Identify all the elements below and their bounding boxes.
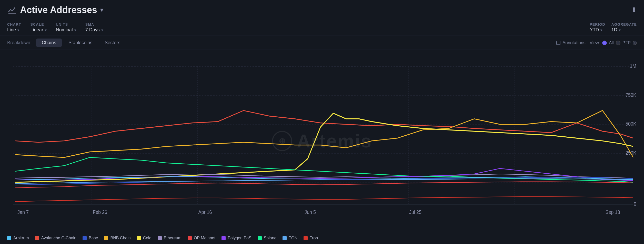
y-axis-750k: 750K <box>626 92 637 98</box>
units-chevron: ▾ <box>74 28 76 32</box>
chart-legend: ArbitrumAvalanche C-ChainBaseBNB ChainCe… <box>0 232 644 244</box>
chart-container: ⊕ Artemis 1M <box>0 50 644 232</box>
header-left: Active Addresses ▾ <box>7 5 103 15</box>
chart-area: ⊕ Artemis 1M <box>0 50 644 232</box>
legend-color-6 <box>188 236 192 240</box>
legend-color-1 <box>35 236 39 240</box>
units-group: UNITS Nominal ▾ <box>56 22 76 33</box>
scale-label: SCALE <box>31 22 47 26</box>
chart-chevron: ▾ <box>17 28 19 32</box>
header: Active Addresses ▾ ⬇ <box>0 0 644 19</box>
download-button[interactable]: ⬇ <box>631 6 637 14</box>
aggregate-label: AGGREGATE <box>611 22 637 26</box>
scale-chevron: ▾ <box>45 28 47 32</box>
view-p2p-radio[interactable] <box>616 41 620 45</box>
annotations-checkbox[interactable] <box>556 41 560 45</box>
legend-item-polygon-pos[interactable]: Polygon PoS <box>222 236 251 240</box>
legend-item-op-mainnet[interactable]: OP Mainnet <box>188 236 215 240</box>
chart-label: CHART <box>7 22 21 26</box>
legend-item-celo[interactable]: Celo <box>137 236 152 240</box>
toolbar-right: PERIOD YTD ▾ AGGREGATE 1D ▾ <box>590 22 637 33</box>
scale-group: SCALE Linear ▾ <box>31 22 47 33</box>
breakdown-right: Annotations View: All P2P i <box>556 40 637 45</box>
legend-item-ethereum[interactable]: Ethereum <box>158 236 182 240</box>
svg-rect-3 <box>0 50 644 232</box>
sma-group: SMA 7 Days ▾ <box>85 22 103 33</box>
page-title: Active Addresses ▾ <box>7 5 103 15</box>
aggregate-select[interactable]: 1D ▾ <box>611 27 637 33</box>
chart-type-group: CHART Line ▾ <box>7 22 21 33</box>
y-axis-500k: 500K <box>626 121 637 127</box>
legend-color-5 <box>158 236 162 240</box>
x-axis-apr16: Apr 16 <box>198 210 212 215</box>
aggregate-group: AGGREGATE 1D ▾ <box>611 22 637 33</box>
view-options: View: All P2P i <box>590 40 637 45</box>
legend-color-7 <box>222 236 226 240</box>
breakdown-bar: Breakdown: Chains Stablecoins Sectors An… <box>0 35 644 50</box>
legend-color-3 <box>104 236 108 240</box>
x-axis-jun5: Jun 5 <box>305 210 316 215</box>
legend-color-10 <box>304 236 308 240</box>
x-axis-jan7: Jan 7 <box>17 210 29 215</box>
toolbar: CHART Line ▾ SCALE Linear ▾ UNITS Nomina… <box>0 19 644 35</box>
units-select[interactable]: Nominal ▾ <box>56 27 76 33</box>
title-chevron[interactable]: ▾ <box>100 7 103 13</box>
y-axis-1m: 1M <box>630 63 636 69</box>
y-axis-0: 0 <box>634 201 636 207</box>
chart-select[interactable]: Line ▾ <box>7 27 21 33</box>
annotations-toggle[interactable]: Annotations <box>556 40 586 45</box>
legend-item-arbitrum[interactable]: Arbitrum <box>7 236 29 240</box>
legend-color-2 <box>83 236 87 240</box>
sma-select[interactable]: 7 Days ▾ <box>85 27 103 33</box>
legend-item-solana[interactable]: Solana <box>258 236 277 240</box>
chart-svg: 1M 750K 500K 250K 0 Jan 7 Feb 26 Apr 16 … <box>0 50 644 232</box>
x-axis-jul25: Jul 25 <box>409 210 421 215</box>
breakdown-sectors[interactable]: Sectors <box>99 39 126 47</box>
scale-select[interactable]: Linear ▾ <box>31 27 47 33</box>
legend-item-base[interactable]: Base <box>83 236 98 240</box>
x-axis-sep13: Sep 13 <box>605 210 620 215</box>
period-chevron: ▾ <box>600 28 602 32</box>
period-select[interactable]: YTD ▾ <box>590 27 605 33</box>
breakdown-stablecoins[interactable]: Stablecoins <box>63 39 98 47</box>
legend-color-8 <box>258 236 262 240</box>
period-group: PERIOD YTD ▾ <box>590 22 605 33</box>
legend-item-bnb-chain[interactable]: BNB Chain <box>104 236 130 240</box>
sma-label: SMA <box>85 22 103 26</box>
legend-item-avalanche-c-chain[interactable]: Avalanche C-Chain <box>35 236 76 240</box>
view-all-radio[interactable] <box>602 41 607 45</box>
legend-color-4 <box>137 236 141 240</box>
legend-color-0 <box>7 236 11 240</box>
aggregate-chevron: ▾ <box>619 28 621 32</box>
x-axis-feb26: Feb 26 <box>93 210 107 215</box>
units-label: UNITS <box>56 22 76 26</box>
sma-chevron: ▾ <box>101 28 103 32</box>
p2p-info-icon[interactable]: i <box>633 41 637 45</box>
breakdown-label: Breakdown: <box>7 40 32 45</box>
chart-icon <box>7 5 17 15</box>
legend-color-9 <box>283 236 287 240</box>
breakdown-chains[interactable]: Chains <box>36 39 62 47</box>
legend-item-ton[interactable]: TON <box>283 236 297 240</box>
period-label: PERIOD <box>590 22 605 26</box>
legend-item-tron[interactable]: Tron <box>304 236 318 240</box>
